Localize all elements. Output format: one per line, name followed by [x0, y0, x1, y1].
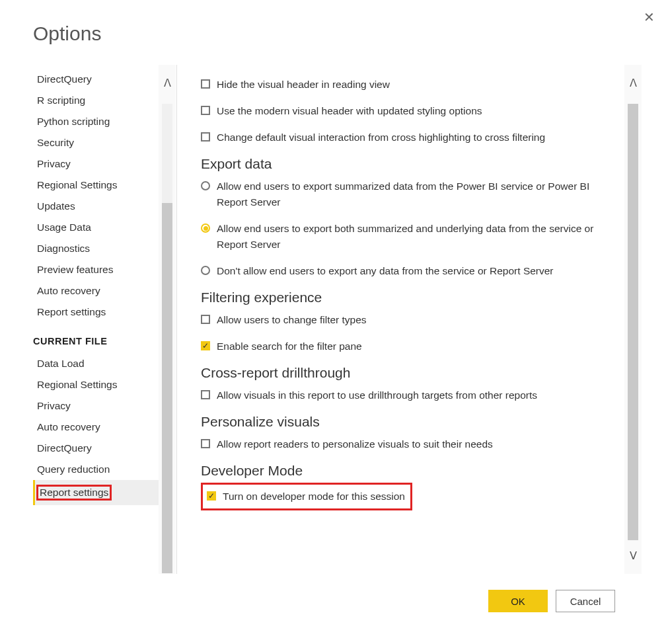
checkbox-developer-mode[interactable]: ✓ Turn on developer mode for this sessio…: [207, 489, 405, 504]
checkbox-label: Allow report readers to personalize visu…: [217, 436, 493, 452]
nav-regional-settings[interactable]: Regional Settings: [33, 175, 159, 196]
sidebar: DirectQuery R scripting Python scripting…: [33, 65, 159, 574]
nav-report-settings-global[interactable]: Report settings: [33, 302, 159, 323]
chevron-up-icon[interactable]: ᐱ: [164, 65, 171, 101]
checkbox-icon: [201, 132, 210, 141]
radio-export-none[interactable]: Don't allow end users to export any data…: [201, 263, 618, 279]
content-pane: Hide the visual header in reading view U…: [177, 65, 624, 574]
checkbox-label: Hide the visual header in reading view: [217, 77, 390, 93]
sidebar-section-current-file: CURRENT FILE: [33, 323, 159, 353]
chevron-down-icon[interactable]: ᐯ: [630, 538, 637, 574]
checkbox-icon: ✓: [207, 491, 216, 501]
highlight-developer-mode: ✓ Turn on developer mode for this sessio…: [201, 483, 412, 510]
content-scroll-track[interactable]: [628, 104, 638, 535]
radio-label: Don't allow end users to export any data…: [217, 263, 554, 279]
checkbox-label: Allow visuals in this report to use dril…: [217, 387, 537, 403]
chevron-up-icon[interactable]: ᐱ: [630, 65, 637, 101]
sidebar-scroll-track[interactable]: [162, 104, 172, 535]
nav-directquery[interactable]: DirectQuery: [33, 69, 159, 90]
nav-file-directquery[interactable]: DirectQuery: [33, 438, 159, 459]
checkbox-label: Turn on developer mode for this session: [223, 489, 405, 504]
nav-auto-recovery[interactable]: Auto recovery: [33, 280, 159, 302]
radio-label: Allow end users to export both summarize…: [217, 221, 618, 253]
dialog-title: Options: [33, 22, 642, 45]
close-icon[interactable]: ✕: [644, 9, 655, 25]
group-cross-report-drillthrough: Cross-report drillthrough: [201, 365, 618, 381]
nav-security[interactable]: Security: [33, 132, 159, 153]
nav-file-regional-settings[interactable]: Regional Settings: [33, 374, 159, 395]
radio-export-both[interactable]: Allow end users to export both summarize…: [201, 221, 618, 253]
group-filtering: Filtering experience: [201, 290, 618, 305]
dialog-footer: OK Cancel: [33, 574, 642, 612]
nav-privacy[interactable]: Privacy: [33, 153, 159, 175]
checkbox-icon: [201, 106, 210, 115]
checkbox-icon: [201, 439, 210, 448]
group-personalize-visuals: Personalize visuals: [201, 414, 618, 430]
checkbox-icon: [201, 390, 210, 399]
sidebar-scrollbar[interactable]: ᐱ ᐯ: [159, 65, 176, 574]
checkbox-drillthrough-targets[interactable]: Allow visuals in this report to use dril…: [201, 387, 618, 403]
checkbox-label: Enable search for the filter pane: [217, 339, 362, 354]
group-export-data: Export data: [201, 156, 618, 172]
nav-file-report-settings[interactable]: Report settings: [33, 480, 159, 505]
checkbox-change-filter-types[interactable]: Allow users to change filter types: [201, 312, 618, 328]
nav-file-auto-recovery[interactable]: Auto recovery: [33, 417, 159, 438]
content-scrollbar[interactable]: ᐱ ᐯ: [624, 65, 642, 574]
checkbox-label: Change default visual interaction from c…: [217, 130, 545, 145]
checkbox-search-filter-pane[interactable]: ✓ Enable search for the filter pane: [201, 339, 618, 354]
nav-file-data-load[interactable]: Data Load: [33, 353, 159, 374]
group-developer-mode: Developer Mode: [201, 463, 618, 479]
checkbox-icon: [201, 79, 210, 89]
checkbox-label: Use the modern visual header with update…: [217, 103, 482, 119]
radio-label: Allow end users to export summarized dat…: [217, 179, 618, 210]
highlight-report-settings: Report settings: [36, 485, 112, 501]
radio-icon: [201, 266, 210, 275]
nav-file-query-reduction[interactable]: Query reduction: [33, 459, 159, 480]
radio-export-summarized[interactable]: Allow end users to export summarized dat…: [201, 179, 618, 210]
nav-preview-features[interactable]: Preview features: [33, 259, 159, 280]
checkbox-personalize-visuals[interactable]: Allow report readers to personalize visu…: [201, 436, 618, 452]
checkbox-hide-visual-header[interactable]: Hide the visual header in reading view: [201, 77, 618, 93]
nav-usage-data[interactable]: Usage Data: [33, 217, 159, 238]
sidebar-scroll-thumb[interactable]: [162, 203, 172, 573]
radio-icon: [201, 181, 210, 190]
nav-file-privacy[interactable]: Privacy: [33, 395, 159, 417]
nav-updates[interactable]: Updates: [33, 196, 159, 217]
nav-diagnostics[interactable]: Diagnostics: [33, 238, 159, 259]
cancel-button[interactable]: Cancel: [556, 590, 615, 612]
ok-button[interactable]: OK: [488, 590, 548, 612]
checkbox-icon: [201, 315, 210, 324]
checkbox-cross-filtering[interactable]: Change default visual interaction from c…: [201, 130, 618, 145]
checkbox-modern-visual-header[interactable]: Use the modern visual header with update…: [201, 103, 618, 119]
checkbox-icon: ✓: [201, 341, 210, 350]
nav-r-scripting[interactable]: R scripting: [33, 90, 159, 111]
radio-icon: [201, 223, 210, 233]
checkbox-label: Allow users to change filter types: [217, 312, 367, 328]
nav-python-scripting[interactable]: Python scripting: [33, 111, 159, 132]
content-scroll-thumb[interactable]: [628, 104, 638, 540]
